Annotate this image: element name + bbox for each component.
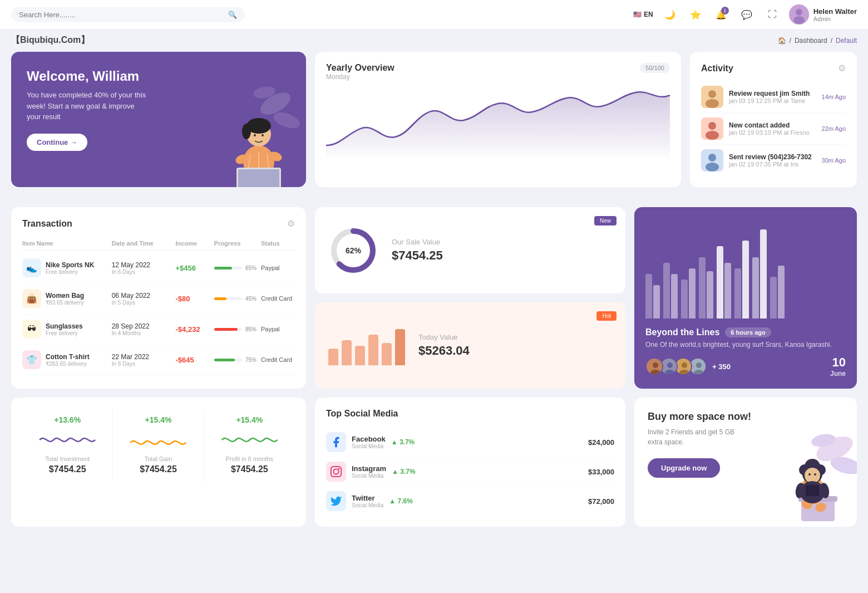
welcome-description: You have completed 40% of your this week… [27, 90, 149, 122]
activity-title: Activity [701, 63, 733, 73]
twitter-change: ▲ 7.6% [389, 497, 413, 505]
home-icon[interactable]: 🏠 [778, 37, 786, 45]
item-icon-2: 🕶 [22, 320, 41, 339]
twitter-icon [326, 491, 346, 511]
yearly-subtitle: Monday [326, 73, 394, 81]
activity-text-2: Sent review (504)236-7302 jan 02 19 07:3… [729, 153, 812, 168]
bar-6 [395, 329, 405, 365]
activity-card: Activity ⚙ Review request jim Smith jan … [690, 52, 857, 187]
item-icon-3: 👕 [22, 350, 41, 369]
activity-sub-1: jan 02 19 03:10 PM at Fresno [729, 129, 810, 136]
stats-grid: +13.6% Total Investment $7454.25 +15.4% … [22, 409, 295, 481]
breadcrumb: 🏠 / Dashboard / Default [778, 37, 857, 45]
space-illustration [757, 398, 857, 527]
gain-wave [122, 429, 194, 451]
bar-2 [342, 340, 352, 365]
fullscreen-icon[interactable]: ⛶ [763, 6, 781, 23]
search-input[interactable] [19, 11, 224, 19]
activity-item-1: New contact added jan 02 19 03:10 PM at … [701, 113, 846, 145]
gain-value: $7454.25 [122, 464, 194, 474]
income-cell-3: -$645 [176, 356, 210, 364]
user-profile[interactable]: Helen Walter Admin [789, 4, 857, 24]
date-cell-1: 06 May 2022 In 5 Days [112, 292, 171, 306]
instagram-change: ▲ 3.7% [392, 468, 416, 476]
svg-point-46 [338, 468, 340, 470]
svg-point-28 [706, 163, 719, 171]
beyond-title: Beyond the Lines 6 hours ago [645, 327, 846, 337]
dark-mode-toggle[interactable]: 🌙 [661, 6, 679, 23]
sale-label: Our Sale Value [392, 238, 443, 246]
bookmark-icon[interactable]: ⭐ [687, 6, 704, 23]
user-text: Helen Walter Admin [813, 7, 857, 22]
social-item-instagram: Instagram Social Media ▲ 3.7% $33,000 [326, 457, 614, 487]
activity-time-1: 22m Ago [822, 125, 846, 132]
svg-point-60 [808, 473, 811, 476]
plus-count: + 350 [712, 362, 731, 371]
beyond-time: 6 hours ago [725, 327, 771, 337]
bar-1 [328, 349, 338, 365]
svg-point-36 [667, 362, 673, 368]
facebook-icon [326, 432, 346, 452]
item-icon-0: 👟 [22, 258, 41, 277]
svg-rect-15 [238, 169, 279, 187]
instagram-sub: Social Media [352, 473, 386, 479]
facebook-change: ▲ 3.7% [391, 438, 415, 446]
transaction-title: Transaction [22, 219, 72, 229]
mini-bar-chart [328, 326, 405, 365]
activity-settings-icon[interactable]: ⚙ [838, 63, 846, 73]
bar-4 [368, 335, 378, 365]
notification-badge: 1 [721, 7, 729, 14]
main-grid: Welcome, William You have completed 40% … [0, 52, 868, 207]
donut-chart: 62% [328, 226, 378, 276]
facebook-name: Facebook [352, 435, 386, 443]
avatar [789, 4, 809, 24]
profit-value: $7454.25 [213, 464, 286, 474]
stats-card: +13.6% Total Investment $7454.25 +15.4% … [11, 398, 306, 527]
instagram-icon [326, 462, 346, 482]
progress-cell-3: 75% [214, 357, 257, 363]
activity-text-0: Review request jim Smith jan 03 19 12:25… [729, 90, 810, 104]
notification-bell[interactable]: 🔔 1 [712, 6, 730, 23]
message-icon[interactable]: 💬 [738, 6, 756, 23]
svg-point-1 [796, 9, 802, 16]
item-name-1: Women Bag [46, 292, 84, 300]
date-cell-3: 22 Mar 2022 In 8 Days [112, 353, 171, 367]
svg-rect-44 [331, 467, 341, 477]
col-income: Income [176, 240, 210, 247]
avatars-row [645, 357, 703, 375]
nav-icons: 🇺🇸 EN 🌙 ⭐ 🔔 1 💬 ⛶ Helen Walter Admin [633, 4, 857, 24]
today-value-card: Hot Today Value $5263.04 [315, 302, 625, 389]
dashboard-link[interactable]: Dashboard [795, 37, 827, 45]
bar-group-8 [770, 266, 785, 318]
profit-label: Profit in 6 months [213, 455, 286, 462]
svg-point-24 [708, 122, 716, 130]
profit-percent: +15.4% [213, 415, 286, 424]
status-cell-1: Credit Card [261, 295, 295, 302]
twitter-name: Twitter [352, 494, 383, 502]
income-cell-1: -$80 [176, 295, 210, 303]
table-row: 👟 Nike Sports NK Free delivery 12 May 20… [22, 253, 295, 283]
svg-text:62%: 62% [346, 246, 362, 255]
upgrade-button[interactable]: Upgrade now [648, 458, 720, 478]
col-date: Date and Time [112, 240, 171, 247]
gain-label: Total Gain [122, 455, 194, 462]
yearly-chart [326, 84, 670, 156]
search-bar[interactable]: 🔍 [11, 7, 245, 22]
transaction-settings-icon[interactable]: ⚙ [287, 218, 295, 229]
activity-item-2: Sent review (504)236-7302 jan 02 19 07:3… [701, 145, 846, 176]
bar-group-5 [717, 246, 731, 318]
buy-space-desc: Invite 2 Friends and get 5 GB extra spac… [648, 427, 748, 447]
bar-group-7 [752, 229, 767, 318]
item-name-2: Sunglasses [46, 322, 83, 330]
language-selector[interactable]: 🇺🇸 EN [633, 11, 653, 18]
svg-rect-63 [806, 485, 819, 496]
item-cell-3: 👕 Cotton T-shirt ₹283.65 delivery [22, 350, 107, 369]
svg-point-21 [708, 90, 716, 98]
gain-percent: +15.4% [122, 415, 194, 424]
activity-header: Activity ⚙ [701, 63, 846, 73]
item-name-0: Nike Sports NK [46, 261, 94, 269]
continue-button[interactable]: Continue → [27, 134, 87, 151]
right-column-card: 📊 ⚙ 🛒 Beyond the Lines 6 hours ago One O… [634, 207, 857, 389]
svg-point-2 [793, 16, 805, 24]
activity-title-1: New contact added [729, 121, 810, 129]
